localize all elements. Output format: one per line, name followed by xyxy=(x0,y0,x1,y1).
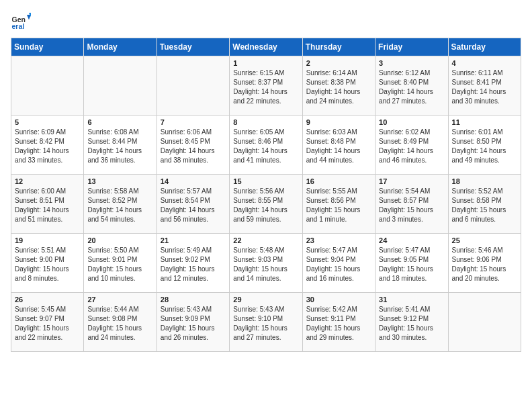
day-info: Sunrise: 5:58 AM Sunset: 8:52 PM Dayligh… xyxy=(87,187,152,224)
calendar-day-cell xyxy=(11,56,84,116)
day-number: 1 xyxy=(233,59,298,67)
calendar-day-cell: 9Sunrise: 6:03 AM Sunset: 8:48 PM Daylig… xyxy=(302,116,375,175)
calendar-day-cell: 11Sunrise: 6:01 AM Sunset: 8:50 PM Dayli… xyxy=(448,116,521,175)
calendar-week-row: 1Sunrise: 6:15 AM Sunset: 8:37 PM Daylig… xyxy=(11,56,521,116)
day-number: 23 xyxy=(306,236,371,244)
day-number: 24 xyxy=(379,236,444,244)
header-thursday: Thursday xyxy=(302,38,375,56)
day-info: Sunrise: 5:47 AM Sunset: 9:05 PM Dayligh… xyxy=(379,246,444,283)
day-info: Sunrise: 5:46 AM Sunset: 9:06 PM Dayligh… xyxy=(452,246,517,283)
day-info: Sunrise: 5:54 AM Sunset: 8:57 PM Dayligh… xyxy=(379,187,444,224)
calendar-day-cell xyxy=(157,56,229,116)
calendar-day-cell xyxy=(84,56,157,116)
calendar-day-cell: 3Sunrise: 6:12 AM Sunset: 8:40 PM Daylig… xyxy=(375,56,448,116)
header-monday: Monday xyxy=(84,38,157,56)
day-number: 15 xyxy=(233,177,298,185)
day-info: Sunrise: 6:05 AM Sunset: 8:46 PM Dayligh… xyxy=(233,128,298,165)
day-number: 27 xyxy=(87,295,152,304)
day-info: Sunrise: 6:00 AM Sunset: 8:51 PM Dayligh… xyxy=(15,187,80,224)
day-info: Sunrise: 6:14 AM Sunset: 8:38 PM Dayligh… xyxy=(306,68,371,106)
calendar-day-cell: 13Sunrise: 5:58 AM Sunset: 8:52 PM Dayli… xyxy=(84,175,157,234)
calendar-week-row: 19Sunrise: 5:51 AM Sunset: 9:00 PM Dayli… xyxy=(11,234,521,293)
calendar-day-cell: 30Sunrise: 5:42 AM Sunset: 9:11 PM Dayli… xyxy=(302,293,375,352)
calendar-day-cell: 2Sunrise: 6:14 AM Sunset: 8:38 PM Daylig… xyxy=(302,56,375,116)
day-info: Sunrise: 6:02 AM Sunset: 8:49 PM Dayligh… xyxy=(379,128,444,165)
calendar-day-cell: 14Sunrise: 5:57 AM Sunset: 8:54 PM Dayli… xyxy=(157,175,229,234)
calendar-day-cell: 29Sunrise: 5:43 AM Sunset: 9:10 PM Dayli… xyxy=(230,293,302,352)
day-info: Sunrise: 5:41 AM Sunset: 9:12 PM Dayligh… xyxy=(379,305,444,342)
day-number: 12 xyxy=(15,177,80,185)
day-info: Sunrise: 6:03 AM Sunset: 8:48 PM Dayligh… xyxy=(306,128,371,165)
calendar-day-cell: 8Sunrise: 6:05 AM Sunset: 8:46 PM Daylig… xyxy=(230,116,302,175)
day-number: 3 xyxy=(379,59,444,67)
day-info: Sunrise: 5:48 AM Sunset: 9:03 PM Dayligh… xyxy=(233,246,298,283)
day-number: 16 xyxy=(306,177,371,185)
day-info: Sunrise: 6:09 AM Sunset: 8:42 PM Dayligh… xyxy=(15,128,80,165)
page-header: Gen eral xyxy=(11,11,521,31)
day-number: 9 xyxy=(306,118,371,126)
calendar-day-cell: 4Sunrise: 6:11 AM Sunset: 8:41 PM Daylig… xyxy=(448,56,521,116)
calendar-week-row: 12Sunrise: 6:00 AM Sunset: 8:51 PM Dayli… xyxy=(11,175,521,234)
logo: Gen eral xyxy=(11,11,34,31)
day-info: Sunrise: 5:44 AM Sunset: 9:08 PM Dayligh… xyxy=(87,305,152,342)
calendar-day-cell: 7Sunrise: 6:06 AM Sunset: 8:45 PM Daylig… xyxy=(157,116,229,175)
day-info: Sunrise: 5:55 AM Sunset: 8:56 PM Dayligh… xyxy=(306,187,371,224)
day-info: Sunrise: 5:57 AM Sunset: 8:54 PM Dayligh… xyxy=(161,187,226,224)
calendar-day-cell: 31Sunrise: 5:41 AM Sunset: 9:12 PM Dayli… xyxy=(375,293,448,352)
day-number: 30 xyxy=(306,295,371,304)
calendar-day-cell: 23Sunrise: 5:47 AM Sunset: 9:04 PM Dayli… xyxy=(302,234,375,293)
day-number: 6 xyxy=(87,118,152,126)
header-saturday: Saturday xyxy=(448,38,521,56)
day-number: 8 xyxy=(233,118,298,126)
svg-text:eral: eral xyxy=(12,22,25,30)
day-number: 13 xyxy=(87,177,152,185)
day-number: 22 xyxy=(233,236,298,244)
header-friday: Friday xyxy=(375,38,448,56)
calendar-day-cell: 17Sunrise: 5:54 AM Sunset: 8:57 PM Dayli… xyxy=(375,175,448,234)
day-number: 4 xyxy=(452,59,517,67)
day-number: 31 xyxy=(379,295,444,304)
day-info: Sunrise: 6:12 AM Sunset: 8:40 PM Dayligh… xyxy=(379,68,444,106)
calendar-day-cell: 19Sunrise: 5:51 AM Sunset: 9:00 PM Dayli… xyxy=(11,234,84,293)
day-number: 18 xyxy=(452,177,517,185)
header-sunday: Sunday xyxy=(11,38,84,56)
day-info: Sunrise: 5:56 AM Sunset: 8:55 PM Dayligh… xyxy=(233,187,298,224)
calendar-day-cell: 1Sunrise: 6:15 AM Sunset: 8:37 PM Daylig… xyxy=(230,56,302,116)
calendar-day-cell: 6Sunrise: 6:08 AM Sunset: 8:44 PM Daylig… xyxy=(84,116,157,175)
day-number: 10 xyxy=(379,118,444,126)
day-number: 5 xyxy=(15,118,80,126)
day-number: 29 xyxy=(233,295,298,304)
day-number: 20 xyxy=(87,236,152,244)
day-number: 26 xyxy=(15,295,80,304)
calendar-day-cell: 15Sunrise: 5:56 AM Sunset: 8:55 PM Dayli… xyxy=(230,175,302,234)
day-info: Sunrise: 6:15 AM Sunset: 8:37 PM Dayligh… xyxy=(233,68,298,106)
calendar-day-cell: 26Sunrise: 5:45 AM Sunset: 9:07 PM Dayli… xyxy=(11,293,84,352)
day-number: 19 xyxy=(15,236,80,244)
day-info: Sunrise: 5:47 AM Sunset: 9:04 PM Dayligh… xyxy=(306,246,371,283)
day-info: Sunrise: 5:43 AM Sunset: 9:09 PM Dayligh… xyxy=(161,305,226,342)
calendar-header-row: SundayMondayTuesdayWednesdayThursdayFrid… xyxy=(11,38,521,56)
calendar-day-cell: 12Sunrise: 6:00 AM Sunset: 8:51 PM Dayli… xyxy=(11,175,84,234)
day-number: 21 xyxy=(161,236,226,244)
day-info: Sunrise: 5:42 AM Sunset: 9:11 PM Dayligh… xyxy=(306,305,371,342)
day-number: 17 xyxy=(379,177,444,185)
day-info: Sunrise: 6:11 AM Sunset: 8:41 PM Dayligh… xyxy=(452,68,517,106)
calendar-day-cell: 10Sunrise: 6:02 AM Sunset: 8:49 PM Dayli… xyxy=(375,116,448,175)
day-info: Sunrise: 5:49 AM Sunset: 9:02 PM Dayligh… xyxy=(161,246,226,283)
calendar-day-cell: 28Sunrise: 5:43 AM Sunset: 9:09 PM Dayli… xyxy=(157,293,229,352)
header-tuesday: Tuesday xyxy=(157,38,229,56)
calendar-day-cell: 20Sunrise: 5:50 AM Sunset: 9:01 PM Dayli… xyxy=(84,234,157,293)
logo-icon: Gen eral xyxy=(11,11,31,31)
calendar-day-cell xyxy=(448,293,521,352)
day-number: 25 xyxy=(452,236,517,244)
calendar-week-row: 5Sunrise: 6:09 AM Sunset: 8:42 PM Daylig… xyxy=(11,116,521,175)
calendar-table: SundayMondayTuesdayWednesdayThursdayFrid… xyxy=(11,38,521,352)
calendar-day-cell: 24Sunrise: 5:47 AM Sunset: 9:05 PM Dayli… xyxy=(375,234,448,293)
day-number: 14 xyxy=(161,177,226,185)
day-info: Sunrise: 5:43 AM Sunset: 9:10 PM Dayligh… xyxy=(233,305,298,342)
day-info: Sunrise: 5:50 AM Sunset: 9:01 PM Dayligh… xyxy=(87,246,152,283)
day-number: 11 xyxy=(452,118,517,126)
day-number: 7 xyxy=(161,118,226,126)
calendar-week-row: 26Sunrise: 5:45 AM Sunset: 9:07 PM Dayli… xyxy=(11,293,521,352)
calendar-day-cell: 16Sunrise: 5:55 AM Sunset: 8:56 PM Dayli… xyxy=(302,175,375,234)
